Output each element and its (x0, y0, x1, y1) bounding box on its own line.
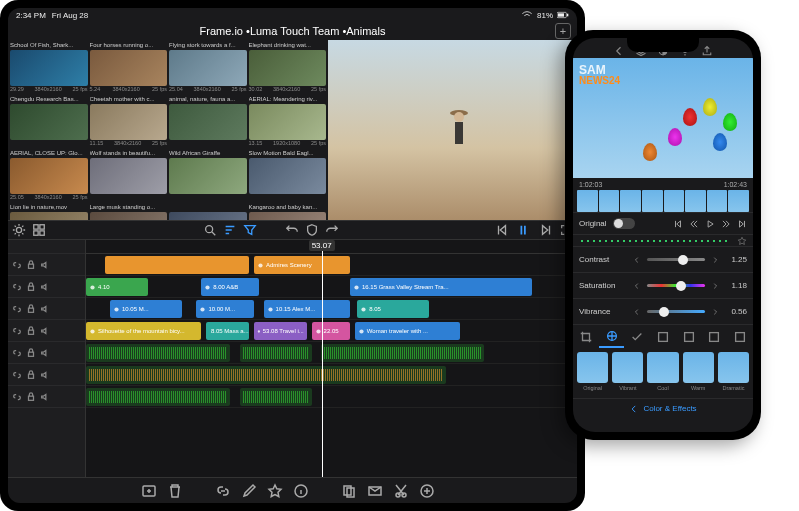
play-icon[interactable] (517, 223, 531, 237)
link-icon[interactable] (215, 483, 231, 499)
link-small-icon[interactable] (12, 370, 22, 380)
grid-icon[interactable] (32, 223, 46, 237)
star-small-icon[interactable] (737, 236, 747, 246)
clip-segment[interactable]: 53.08 Travel i... (254, 322, 307, 340)
playhead[interactable] (322, 240, 323, 477)
lock-icon[interactable] (26, 392, 36, 402)
original-toggle[interactable] (613, 218, 635, 229)
link-small-icon[interactable] (12, 348, 22, 358)
lock-icon[interactable] (26, 304, 36, 314)
clip-item[interactable]: School Of Fish, Shark...29.293840x216025… (10, 42, 88, 94)
envelope-icon[interactable] (367, 483, 383, 499)
clip-item[interactable]: Flying stork towards a f...25.043840x216… (169, 42, 247, 94)
clip-item[interactable]: Elephant drinking wat...30.023840x216025… (249, 42, 327, 94)
clip-item[interactable]: Kangaroo and baby kan... (249, 204, 327, 220)
lock-icon[interactable] (26, 348, 36, 358)
search-icon[interactable] (203, 223, 217, 237)
trash-icon[interactable] (167, 483, 183, 499)
clip-segment[interactable]: 8.05 (357, 300, 429, 318)
skip-end-icon[interactable] (539, 223, 553, 237)
clip-item[interactable]: Slow Motion Bald Eagl... (249, 150, 327, 202)
slider-knob[interactable] (678, 255, 688, 265)
lock-icon[interactable] (26, 370, 36, 380)
tab-fx4[interactable] (727, 325, 753, 348)
clip-segment[interactable]: Silhouette of the mountain bicy... (86, 322, 201, 340)
mute-icon[interactable] (40, 326, 50, 336)
link-small-icon[interactable] (12, 392, 22, 402)
tab-color[interactable] (599, 325, 625, 348)
track-row[interactable]: Admires Scenery (86, 254, 577, 276)
lock-icon[interactable] (26, 326, 36, 336)
add-circle-icon[interactable] (419, 483, 435, 499)
track-header[interactable] (8, 320, 85, 342)
clip-item[interactable]: Wild African Giraffe (169, 150, 247, 202)
clip-item[interactable]: AERIAL: Meandering riv...13.151920x10802… (249, 96, 327, 148)
link-small-icon[interactable] (12, 282, 22, 292)
copy-icon[interactable] (341, 483, 357, 499)
add-button[interactable]: + (555, 23, 571, 39)
clip-segment[interactable]: 10.00 M... (196, 300, 254, 318)
phone-filmstrip[interactable] (573, 190, 753, 212)
track-row[interactable] (86, 342, 577, 364)
track-row[interactable]: 4.108.00 A&B16.15 Grass Valley Stream Tr… (86, 276, 577, 298)
clip-segment[interactable]: 8.05 Mass a... (206, 322, 249, 340)
clip-item[interactable]: Large musk standing o... (90, 204, 168, 220)
track-row[interactable] (86, 386, 577, 408)
track-header[interactable] (8, 386, 85, 408)
back-icon[interactable] (613, 45, 625, 57)
clip-item[interactable]: Four horses running o...5.243840x216025 … (90, 42, 168, 94)
filter-icon[interactable] (243, 223, 257, 237)
sort-icon[interactable] (223, 223, 237, 237)
clip-segment[interactable]: Woman traveler with ... (355, 322, 461, 340)
slider-knob[interactable] (659, 307, 669, 317)
clip-segment[interactable]: 8.00 A&B (201, 278, 259, 296)
gear-icon[interactable] (12, 223, 26, 237)
preset-item[interactable]: Original (577, 352, 608, 394)
clip-segment[interactable]: 22.05 (312, 322, 350, 340)
clip-item[interactable]: Wolf stands in beautifu... (90, 150, 168, 202)
link-small-icon[interactable] (12, 260, 22, 270)
track-row[interactable]: Silhouette of the mountain bicy...8.05 M… (86, 320, 577, 342)
track-header[interactable] (8, 254, 85, 276)
cut-icon[interactable] (393, 483, 409, 499)
skip-start-icon[interactable] (495, 223, 509, 237)
clip-segment[interactable]: 4.10 (86, 278, 148, 296)
track-row[interactable] (86, 364, 577, 386)
slider-knob[interactable] (676, 281, 686, 291)
lock-icon[interactable] (26, 260, 36, 270)
keyframe-dots[interactable] (573, 234, 753, 246)
mute-icon[interactable] (40, 392, 50, 402)
chevron-left-icon[interactable] (633, 282, 641, 290)
tab-crop[interactable] (573, 325, 599, 348)
play-small-icon[interactable] (705, 219, 715, 229)
clip-segment[interactable]: 10.15 Alex M... (264, 300, 350, 318)
preset-item[interactable]: Vibrant (612, 352, 643, 394)
add-clip-icon[interactable] (141, 483, 157, 499)
media-browser[interactable]: School Of Fish, Shark...29.293840x216025… (8, 40, 328, 220)
shield-icon[interactable] (305, 223, 319, 237)
slider-track[interactable] (647, 310, 705, 313)
rewind-icon[interactable] (689, 219, 699, 229)
prev-icon[interactable] (673, 219, 683, 229)
share-icon[interactable] (701, 45, 713, 57)
tab-fx3[interactable] (702, 325, 728, 348)
pencil-icon[interactable] (241, 483, 257, 499)
lock-icon[interactable] (26, 282, 36, 292)
clip-item[interactable]: Cheetah mother with c...11.153840x216025… (90, 96, 168, 148)
info-icon[interactable] (293, 483, 309, 499)
mute-icon[interactable] (40, 304, 50, 314)
clip-item[interactable]: AERIAL, CLOSE UP: Glo...25.053840x216025… (10, 150, 88, 202)
mute-icon[interactable] (40, 260, 50, 270)
clip-segment[interactable] (321, 344, 484, 362)
track-header[interactable] (8, 364, 85, 386)
undo-icon[interactable] (285, 223, 299, 237)
slider-track[interactable] (647, 258, 705, 261)
chevron-right-icon[interactable] (711, 308, 719, 316)
next-icon[interactable] (737, 219, 747, 229)
tab-fx2[interactable] (676, 325, 702, 348)
tab-check[interactable] (624, 325, 650, 348)
phone-footer[interactable]: Color & Effects (573, 398, 753, 418)
preset-item[interactable]: Warm (683, 352, 714, 394)
clip-segment[interactable] (86, 388, 230, 406)
chevron-left-icon[interactable] (633, 256, 641, 264)
